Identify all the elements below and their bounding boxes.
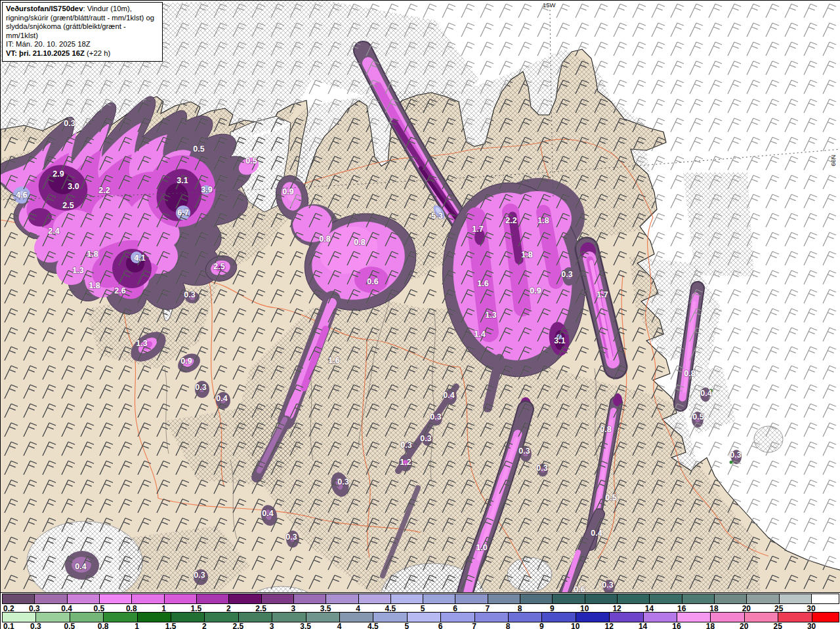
colorbar-tick-label: 9 [539,622,544,629]
colorbar-cell [35,612,70,622]
colorbar-cell [710,612,744,622]
precip-value-label: 0.8 [354,238,365,247]
colorbar-tick-label: 2 [202,622,207,629]
precip-value-label: 1.8 [87,249,98,259]
colorbar-cell [812,612,839,622]
map-canvas: 15W 66N 0.30.50.52.93.13.02.23.90.94.62.… [1,1,840,592]
precip-value-label: 0.3 [64,119,75,128]
precip-value-label: 1.6 [328,356,339,365]
colorbar-cell [306,612,340,622]
precip-value-label: 0.3 [194,571,205,580]
colorbar-cell [617,594,650,604]
precip-value-label: 0.4 [443,391,454,400]
colorbar-cell [228,594,261,604]
precip-value-label: 2.9 [52,169,64,179]
colorbar-cell [677,612,711,622]
precip-value-label: 0.3 [602,580,613,590]
precip-value-label: 0.6 [574,585,585,592]
colorbar-cell [99,594,132,604]
colorbar-cell [2,612,36,622]
colorbar-cell [714,594,747,604]
precip-colorbars: 0.20.30.40.50.811.522.533.544.5567891012… [1,592,840,629]
colorbar-tick-label: 5 [404,622,409,629]
precip-value-label: 1.2 [400,458,411,467]
colorbar-cell [643,612,677,622]
title-line: Veðurstofan/IS750dev: Vindur (10m), [6,5,159,14]
colorbar-cell [238,612,272,622]
colorbar-cell [541,612,576,622]
colorbar-cell [488,594,520,604]
precip-value-label: 0.3 [337,477,348,487]
colorbar-tick-label: 1.5 [165,622,177,629]
precip-value-label: 2.5 [62,201,74,210]
colorbar-cell [358,594,391,604]
precip-value-label: 4.1 [134,253,145,263]
precip-value-label: 5.3 [431,211,442,221]
precip-value-label: 1.8 [521,250,532,259]
precip-value-label: 0.3 [285,532,297,542]
colorbar-cell [339,612,373,622]
precip-value-label: 0.5 [605,493,616,502]
precip-value-label: 0.8 [684,369,695,378]
colorbar-cell [811,594,839,604]
colorbar-tick-label: 16 [672,622,681,629]
precip-value-label: 0.5 [692,412,704,422]
colorbar-tick-label: 10 [571,622,579,629]
colorbar-cell [779,594,812,604]
precip-value-label: 0.3 [730,450,741,460]
colorbar-cell [164,594,197,604]
sleet-snow-scale [1,594,840,604]
colorbar-cell [137,612,171,622]
colorbar-cell [552,594,585,604]
colorbar-cell [474,612,509,622]
colorbar-cell [204,612,238,622]
precip-value-label: 0.3 [184,290,195,299]
product-name: Veðurstofan/IS750dev [6,5,83,12]
colorbar-cell [455,594,488,604]
precip-value-label: 1.3 [485,311,496,320]
precip-value-label: 1.7 [472,225,483,234]
legend-line-sleet: slydda/snjókoma (grátt/bleikt/grænt - mm… [6,22,159,40]
precip-value-label: 1.3 [136,339,147,348]
colorbar-cell [407,612,441,622]
colorbar-cell [746,594,779,604]
colorbar-tick-label: 0.8 [98,622,109,629]
colorbar-cell [196,594,229,604]
rain-scale [1,612,840,622]
precip-value-label: 0.5 [193,144,204,154]
precip-value-label: 0.3 [561,270,572,279]
init-time: IT: Mán. 20. 10. 2025 18Z [6,40,159,49]
precip-value-label: 2.4 [48,227,59,236]
colorbar-cell [508,612,542,622]
colorbar-tick-label: 6 [438,622,443,629]
precip-value-label: 0.9 [530,286,541,295]
colorbar-cell [576,612,610,622]
legend-line-rain: rigning/skúrir (grænt/blátt/rautt - mm/1… [6,14,159,23]
precip-value-label: 1.8 [537,216,549,225]
precip-value-label: 0.4 [75,562,86,571]
colorbar-tick-label: 0.3 [30,622,41,629]
precip-value-label: 3.1 [177,176,188,185]
precip-value-label: 2.6 [114,286,125,295]
precip-value-label: 3.1 [554,336,565,345]
precip-value-label: 2.2 [98,186,110,195]
precip-value-label: 1.7 [597,290,608,299]
precip-value-label: 0.3 [400,441,411,450]
colorbar-cell [649,594,682,604]
colorbar-cell [272,612,306,622]
colorbar-cell [293,594,326,604]
colorbar-cell [261,594,294,604]
precip-value-label: 0.3 [195,383,206,392]
colorbar-cell [103,612,137,622]
colorbar-cell [373,612,407,622]
precip-value-label: 0.4 [262,509,273,518]
colorbar-tick-label: 3 [270,622,274,629]
colorbar-cell [585,594,618,604]
precip-value-label: 0.9 [180,357,192,366]
colorbar-cell [682,594,715,604]
colorbar-cell [520,594,553,604]
colorbar-cell [34,594,67,604]
precip-value-label: 1.4 [474,330,485,339]
precip-value-label: 0.8 [600,425,611,434]
precip-value-label: 0.4 [216,394,227,403]
